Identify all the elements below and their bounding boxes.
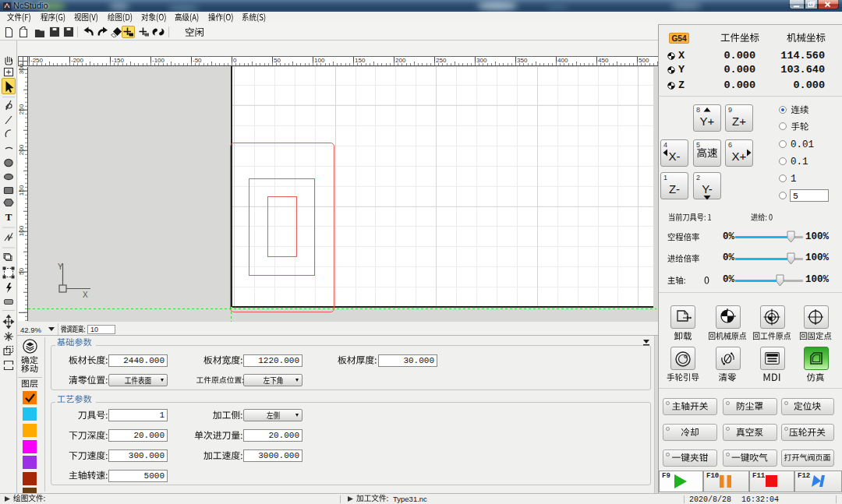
svg-text:X: X: [83, 291, 88, 299]
svg-text:Y: Y: [58, 263, 63, 271]
svg-text:T: T: [5, 211, 12, 223]
